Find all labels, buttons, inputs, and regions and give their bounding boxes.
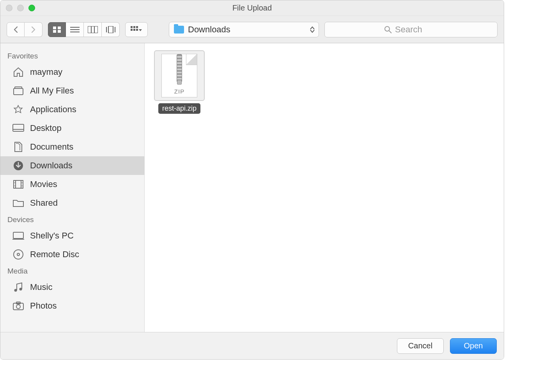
arrange-button[interactable] <box>125 22 148 37</box>
grid-icon <box>53 26 61 33</box>
zip-icon: ZIP <box>161 54 197 97</box>
sidebar-item-documents[interactable]: Documents <box>0 138 144 156</box>
file-open-dialog: File Upload <box>0 0 504 360</box>
sidebar-item-label: maymay <box>30 67 62 77</box>
sidebar-section-media: Media <box>0 264 144 278</box>
sidebar-item-label: Photos <box>30 301 57 311</box>
view-icons-button[interactable] <box>48 22 66 37</box>
file-format-label: ZIP <box>162 88 197 95</box>
sidebar: Favorites maymay All My Files Applicatio… <box>0 43 145 332</box>
svg-rect-7 <box>88 26 98 33</box>
list-icon <box>70 26 80 33</box>
view-mode-buttons <box>48 22 120 37</box>
path-label: Downloads <box>188 25 306 35</box>
search-field[interactable] <box>324 22 498 37</box>
sidebar-item-label: Documents <box>30 142 73 152</box>
folder-icon <box>12 197 25 209</box>
sidebar-item-label: Shared <box>30 198 58 208</box>
sidebar-item-remotedisc[interactable]: Remote Disc <box>0 245 144 264</box>
svg-rect-1 <box>58 26 61 29</box>
arrange-icon <box>131 26 142 33</box>
coverflow-icon <box>105 26 116 33</box>
sidebar-item-label: Music <box>30 282 52 292</box>
sidebar-item-home[interactable]: maymay <box>0 63 144 81</box>
sidebar-section-favorites: Favorites <box>0 49 144 63</box>
svg-rect-0 <box>53 26 56 29</box>
sidebar-item-label: Applications <box>30 104 76 115</box>
sidebar-item-applications[interactable]: Applications <box>0 100 144 119</box>
search-icon <box>384 26 392 34</box>
svg-point-35 <box>14 250 23 259</box>
svg-point-37 <box>14 289 17 292</box>
svg-rect-10 <box>108 26 113 33</box>
toolbar: Downloads <box>0 16 504 43</box>
allmyfiles-icon <box>12 85 25 97</box>
sidebar-item-label: Movies <box>30 179 57 189</box>
home-icon <box>12 66 25 78</box>
svg-point-41 <box>16 305 20 309</box>
columns-icon <box>88 26 98 33</box>
svg-rect-22 <box>15 87 22 88</box>
nav-buttons <box>7 22 43 37</box>
sidebar-section-devices: Devices <box>0 212 144 226</box>
folder-icon <box>174 26 184 34</box>
view-list-button[interactable] <box>66 22 84 37</box>
file-name-label: rest-api.zip <box>158 103 200 114</box>
photos-icon <box>12 300 25 312</box>
svg-rect-15 <box>136 26 138 28</box>
svg-rect-16 <box>131 29 133 31</box>
sidebar-item-movies[interactable]: Movies <box>0 175 144 194</box>
svg-rect-26 <box>14 180 23 188</box>
svg-line-20 <box>389 31 391 33</box>
sidebar-item-label: Shelly's PC <box>30 231 74 241</box>
sidebar-item-label: All My Files <box>30 86 74 96</box>
svg-rect-13 <box>131 26 133 28</box>
desktop-icon <box>12 122 25 134</box>
svg-rect-23 <box>13 124 24 131</box>
sidebar-item-allmyfiles[interactable]: All My Files <box>0 81 144 100</box>
sidebar-item-desktop[interactable]: Desktop <box>0 119 144 138</box>
sidebar-item-shared[interactable]: Shared <box>0 194 144 212</box>
svg-rect-17 <box>133 29 135 31</box>
back-button[interactable] <box>7 22 25 37</box>
sidebar-item-music[interactable]: Music <box>0 278 144 297</box>
movies-icon <box>12 178 25 191</box>
footer: Cancel Open <box>0 332 504 359</box>
cancel-button[interactable]: Cancel <box>397 338 444 354</box>
svg-rect-14 <box>133 26 135 28</box>
forward-button[interactable] <box>25 22 43 37</box>
view-columns-button[interactable] <box>84 22 102 37</box>
svg-rect-2 <box>53 30 56 33</box>
downloads-icon <box>12 159 25 172</box>
svg-rect-21 <box>14 88 23 95</box>
computer-icon <box>12 230 25 242</box>
chevron-left-icon <box>13 26 18 33</box>
chevron-right-icon <box>31 26 36 33</box>
updown-icon <box>310 26 315 33</box>
sidebar-item-computer[interactable]: Shelly's PC <box>0 226 144 245</box>
file-item[interactable]: ZIP rest-api.zip <box>153 50 205 114</box>
sidebar-item-label: Remote Disc <box>30 249 79 260</box>
titlebar: File Upload <box>0 0 504 16</box>
file-grid[interactable]: ZIP rest-api.zip <box>145 43 504 332</box>
sidebar-item-label: Desktop <box>30 123 62 133</box>
applications-icon <box>12 103 25 116</box>
path-dropdown[interactable]: Downloads <box>169 22 319 37</box>
view-coverflow-button[interactable] <box>102 22 120 37</box>
search-input[interactable] <box>395 25 438 35</box>
music-icon <box>12 281 25 293</box>
documents-icon <box>12 141 25 153</box>
svg-rect-33 <box>13 232 23 238</box>
disc-icon <box>12 248 25 261</box>
svg-rect-3 <box>58 30 61 33</box>
svg-point-19 <box>385 26 390 31</box>
file-thumbnail: ZIP <box>154 50 205 101</box>
body: Favorites maymay All My Files Applicatio… <box>0 43 504 332</box>
svg-point-38 <box>19 288 22 291</box>
sidebar-item-label: Downloads <box>30 161 73 171</box>
svg-rect-18 <box>136 29 138 31</box>
sidebar-item-downloads[interactable]: Downloads <box>0 156 144 175</box>
svg-point-36 <box>17 253 19 256</box>
sidebar-item-photos[interactable]: Photos <box>0 297 144 315</box>
open-button[interactable]: Open <box>450 338 497 354</box>
